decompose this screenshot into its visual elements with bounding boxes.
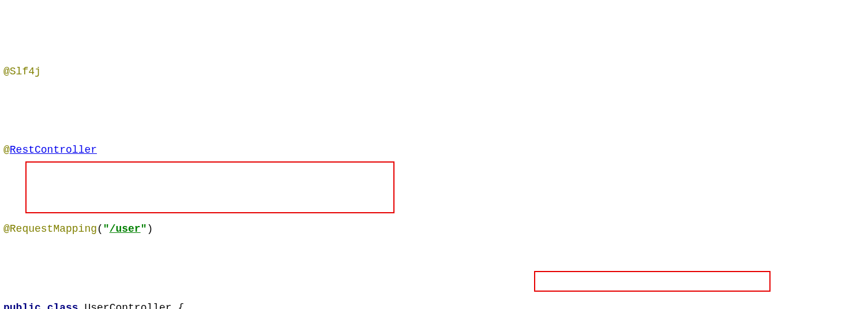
annotation-slf4j: @Slf4j [3,66,41,77]
code-line: @Slf4j [3,62,868,81]
code-line: @RequestMapping("/user") [3,219,868,239]
annotation-requestmapping: @RequestMapping [3,223,97,235]
mapping-path[interactable]: /user [110,223,141,235]
annotation-at: @ [3,144,10,156]
annotation-restcontroller[interactable]: RestController [10,144,97,156]
code-line: public class UserController { [3,298,868,309]
code-line: @RestController [3,140,868,160]
highlight-box-field [25,161,394,213]
code-editor[interactable]: @Slf4j @RestController @RequestMapping("… [0,0,868,309]
highlight-box-call [534,271,771,292]
class-name: UserController { [84,302,184,309]
